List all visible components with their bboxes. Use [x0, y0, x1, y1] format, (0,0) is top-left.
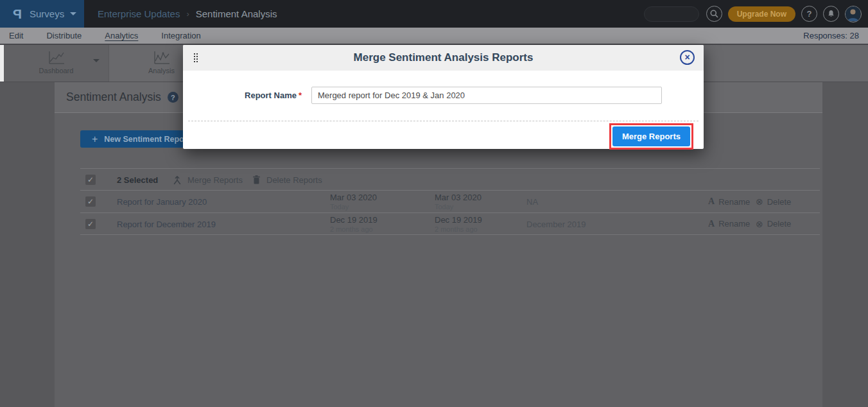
product-name: Surveys — [30, 8, 64, 19]
report-name-link[interactable]: Report for December 2019 — [117, 219, 216, 229]
app-screen: P Surveys Enterprise Updates › Sentiment… — [0, 0, 868, 407]
nav-item-distribute[interactable]: Distribute — [46, 31, 82, 40]
questionpro-logo-icon: P — [13, 6, 22, 22]
rename-action[interactable]: A Rename — [708, 219, 750, 229]
dashboard-dropdown-caret-icon — [93, 59, 100, 62]
created-date-cell: Dec 19 2019 2 months ago — [330, 216, 378, 234]
rename-label: Rename — [718, 197, 750, 207]
bulk-actions-row: ✓ 2 Selected Merge Reports Delete Report… — [80, 168, 820, 190]
breadcrumb-current-page: Sentiment Analysis — [196, 8, 277, 19]
report-name-link[interactable]: Report for January 2020 — [117, 197, 207, 207]
report-month-cell: NA — [526, 197, 538, 207]
delete-action[interactable]: ⊗ Delete — [756, 219, 791, 229]
merge-reports-label: Merge Reports — [187, 175, 243, 184]
merge-reports-modal: Merge Sentiment Analysis Reports × Repor… — [183, 45, 704, 149]
delete-label: Delete — [767, 197, 792, 207]
report-name-input[interactable] — [311, 87, 662, 104]
created-date: Dec 19 2019 — [330, 215, 378, 225]
reports-table: ✓ 2 Selected Merge Reports Delete Report… — [80, 168, 820, 235]
breadcrumb: Enterprise Updates › Sentiment Analysis — [98, 0, 277, 28]
select-all-checkbox[interactable]: ✓ — [85, 175, 96, 185]
modal-header: Merge Sentiment Analysis Reports × — [183, 45, 704, 71]
search-input[interactable] — [644, 6, 699, 22]
notifications-bell-icon[interactable] — [823, 6, 839, 22]
report-month-cell: December 2019 — [526, 219, 586, 229]
responses-count: Responses: 28 — [803, 31, 859, 40]
table-row: ✓ Report for December 2019 Dec 19 2019 2… — [80, 212, 820, 235]
delete-reports-label: Delete Reports — [266, 175, 322, 184]
rename-action[interactable]: A Rename — [708, 196, 750, 207]
tab-dashboard[interactable]: Dashboard — [4, 45, 109, 82]
delete-reports-action[interactable]: Delete Reports — [252, 175, 322, 184]
report-name-label: Report Name* — [183, 91, 302, 100]
product-switcher[interactable]: P Surveys — [0, 0, 84, 28]
page-help-icon[interactable]: ? — [168, 92, 178, 103]
tab-dashboard-label: Dashboard — [4, 67, 108, 74]
nav-item-analytics[interactable]: Analytics — [105, 31, 138, 40]
created-date-relative: 2 months ago — [330, 225, 373, 233]
delete-circle-x-icon: ⊗ — [756, 219, 763, 229]
top-bar: P Surveys Enterprise Updates › Sentiment… — [0, 0, 868, 28]
merge-reports-button[interactable]: Merge Reports — [612, 126, 690, 146]
highlight-box: Merge Reports — [609, 123, 693, 150]
new-sentiment-report-label: New Sentiment Report — [104, 135, 189, 144]
created-date-cell: Mar 03 2020 Today — [330, 193, 377, 211]
page-title: Sentiment Analysis — [66, 91, 161, 104]
help-icon[interactable]: ? — [801, 6, 817, 22]
merge-reports-action[interactable]: Merge Reports — [173, 175, 243, 184]
modified-date-cell: Mar 03 2020 Today — [435, 193, 482, 211]
modified-date-cell: Dec 19 2019 2 months ago — [435, 216, 482, 234]
upgrade-now-button[interactable]: Upgrade Now — [728, 6, 795, 22]
merge-icon — [173, 175, 182, 184]
table-row: ✓ Report for January 2020 Mar 03 2020 To… — [80, 190, 820, 212]
survey-nav-bar: Edit Distribute Analytics Integration Re… — [0, 28, 868, 45]
delete-circle-x-icon: ⊗ — [756, 196, 763, 207]
created-date: Mar 03 2020 — [330, 193, 377, 202]
delete-label: Delete — [767, 219, 792, 229]
modified-date-relative: 2 months ago — [435, 225, 478, 233]
search-icon[interactable] — [706, 6, 722, 22]
nav-item-edit[interactable]: Edit — [9, 31, 23, 40]
modal-close-icon[interactable]: × — [680, 50, 695, 65]
topbar-actions: Upgrade Now ? — [644, 0, 868, 28]
breadcrumb-survey-name[interactable]: Enterprise Updates — [98, 8, 180, 19]
modal-body: Report Name* — [183, 71, 704, 121]
row-checkbox[interactable]: ✓ — [85, 219, 96, 229]
breadcrumb-separator-icon: › — [186, 9, 189, 19]
rename-label: Rename — [718, 219, 750, 229]
trash-icon — [252, 175, 261, 184]
modal-title: Merge Sentiment Analysis Reports — [183, 45, 704, 71]
nav-item-integration[interactable]: Integration — [161, 31, 200, 40]
page-edge-strip — [0, 45, 4, 82]
created-date-relative: Today — [330, 203, 349, 211]
plus-icon: + — [92, 134, 98, 145]
modified-date-relative: Today — [435, 203, 453, 211]
user-avatar[interactable] — [845, 6, 862, 22]
chevron-down-icon — [70, 12, 76, 15]
rename-icon: A — [708, 196, 715, 207]
row-checkbox[interactable]: ✓ — [85, 196, 96, 207]
selected-count: 2 Selected — [117, 175, 158, 184]
modal-footer: Merge Reports — [188, 121, 699, 149]
required-asterisk: * — [299, 91, 302, 100]
rename-icon: A — [708, 219, 715, 229]
modified-date: Dec 19 2019 — [435, 215, 482, 225]
modified-date: Mar 03 2020 — [435, 193, 482, 202]
delete-action[interactable]: ⊗ Delete — [756, 196, 791, 207]
